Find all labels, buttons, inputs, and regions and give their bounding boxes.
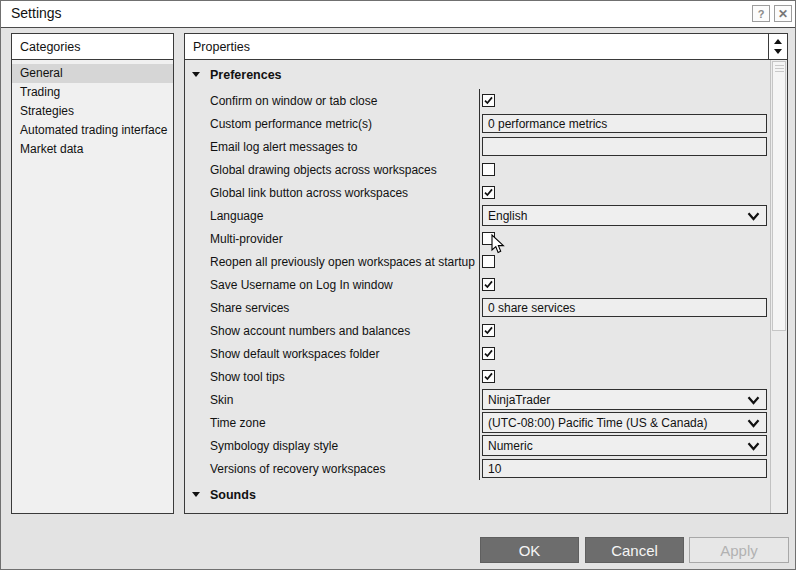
checkbox-reopen-all-previously-open-workspaces-at-startup[interactable]: [482, 255, 495, 268]
ok-button[interactable]: OK: [480, 537, 579, 563]
checkbox-global-link-button-across-workspaces[interactable]: [482, 186, 495, 199]
section-collapse-icon: [192, 72, 200, 77]
property-value: [479, 250, 771, 273]
input-custom-performance-metric-s[interactable]: 0 performance metrics: [482, 114, 767, 133]
checkbox-confirm-on-window-or-tab-close[interactable]: [482, 94, 495, 107]
property-label: Show default workspaces folder: [185, 347, 479, 361]
title-bar[interactable]: Settings ? ✕: [1, 1, 795, 28]
checkbox-show-default-workspaces-folder[interactable]: [482, 347, 495, 360]
input-share-services[interactable]: 0 share services: [482, 298, 767, 317]
property-value: (UTC-08:00) Pacific Time (US & Canada): [479, 411, 771, 434]
scroll-up-icon[interactable]: [774, 39, 782, 44]
property-label: Versions of recovery workspaces: [185, 462, 479, 476]
property-row-confirm-on-window-or-tab-close: Confirm on window or tab close: [185, 89, 787, 112]
property-value: 0 share services: [479, 296, 771, 319]
category-item-market-data[interactable]: Market data: [12, 140, 173, 159]
checkmark-icon: [483, 325, 494, 336]
section-header-sounds[interactable]: Sounds: [185, 480, 787, 509]
property-row-reopen-all-previously-open-workspaces-at-startup: Reopen all previously open workspaces at…: [185, 250, 787, 273]
input-email-log-alert-messages-to[interactable]: [482, 137, 767, 156]
property-value: 10: [479, 457, 771, 480]
close-button[interactable]: ✕: [774, 5, 792, 22]
property-row-skin: SkinNinjaTrader: [185, 388, 787, 411]
apply-button[interactable]: Apply: [689, 537, 789, 563]
checkbox-show-account-numbers-and-balances[interactable]: [482, 324, 495, 337]
select-value: Numeric: [488, 439, 533, 453]
property-label: Global link button across workspaces: [185, 186, 479, 200]
property-value: [479, 135, 771, 158]
checkmark-icon: [483, 348, 494, 359]
select-skin[interactable]: NinjaTrader: [482, 389, 767, 410]
property-value: [479, 181, 771, 204]
select-value: NinjaTrader: [488, 393, 550, 407]
section-header-preferences[interactable]: Preferences: [185, 60, 787, 89]
property-row-versions-of-recovery-workspaces: Versions of recovery workspaces10: [185, 457, 787, 480]
category-item-automated-trading-interface[interactable]: Automated trading interface: [12, 121, 173, 140]
properties-rows: PreferencesConfirm on window or tab clos…: [185, 60, 787, 513]
chevron-down-icon: [747, 212, 760, 221]
scroll-down-icon[interactable]: [774, 49, 782, 54]
cancel-button[interactable]: Cancel: [585, 537, 684, 563]
property-row-share-services: Share services0 share services: [185, 296, 787, 319]
property-value: [479, 158, 771, 181]
input-versions-of-recovery-workspaces[interactable]: 10: [482, 459, 767, 478]
property-row-email-log-alert-messages-to: Email log alert messages to: [185, 135, 787, 158]
property-value: [479, 89, 771, 112]
property-label: Global drawing objects across workspaces: [185, 163, 479, 177]
property-row-show-tool-tips: Show tool tips: [185, 365, 787, 388]
property-row-show-account-numbers-and-balances: Show account numbers and balances: [185, 319, 787, 342]
property-value: 0 performance metrics: [479, 112, 771, 135]
property-value: [479, 273, 771, 296]
chevron-down-icon: [747, 396, 760, 405]
properties-header: Properties: [185, 34, 787, 60]
close-icon: ✕: [778, 7, 788, 21]
property-value: English: [479, 204, 771, 227]
property-label: Show tool tips: [185, 370, 479, 384]
help-icon: ?: [758, 8, 765, 20]
category-item-strategies[interactable]: Strategies: [12, 102, 173, 121]
property-row-language: LanguageEnglish: [185, 204, 787, 227]
window-title: Settings: [11, 5, 62, 21]
property-row-show-default-workspaces-folder: Show default workspaces folder: [185, 342, 787, 365]
property-label: Symbology display style: [185, 439, 479, 453]
select-time-zone[interactable]: (UTC-08:00) Pacific Time (US & Canada): [482, 412, 767, 433]
property-row-global-drawing-objects-across-workspaces: Global drawing objects across workspaces: [185, 158, 787, 181]
checkbox-save-username-on-log-in-window[interactable]: [482, 278, 495, 291]
property-label: Custom performance metric(s): [185, 117, 479, 131]
checkbox-global-drawing-objects-across-workspaces[interactable]: [482, 163, 495, 176]
categories-list: GeneralTradingStrategiesAutomated tradin…: [12, 60, 173, 159]
section-collapse-icon: [192, 492, 200, 497]
property-row-multi-provider: Multi-provider: [185, 227, 787, 250]
property-value: [479, 365, 771, 388]
category-item-general[interactable]: General: [12, 64, 173, 83]
property-value: Numeric: [479, 434, 771, 457]
property-label: Reopen all previously open workspaces at…: [185, 255, 479, 269]
property-row-time-zone: Time zone(UTC-08:00) Pacific Time (US & …: [185, 411, 787, 434]
help-button[interactable]: ?: [752, 5, 770, 22]
select-value: (UTC-08:00) Pacific Time (US & Canada): [488, 416, 707, 430]
category-item-trading[interactable]: Trading: [12, 83, 173, 102]
checkbox-show-tool-tips[interactable]: [482, 370, 495, 383]
vertical-scrollbar[interactable]: [770, 60, 787, 513]
checkmark-icon: [483, 279, 494, 290]
collapse-expand-spinner[interactable]: [768, 34, 787, 60]
checkbox-multi-provider[interactable]: [482, 232, 495, 245]
checkmark-icon: [483, 371, 494, 382]
property-value: [479, 342, 771, 365]
checkmark-icon: [483, 187, 494, 198]
chevron-down-icon: [747, 419, 760, 428]
chevron-down-icon: [747, 442, 760, 451]
property-value: NinjaTrader: [479, 388, 771, 411]
property-value: [479, 227, 771, 250]
property-label: Show account numbers and balances: [185, 324, 479, 338]
property-label: Skin: [185, 393, 479, 407]
property-value: [479, 319, 771, 342]
select-language[interactable]: English: [482, 205, 767, 226]
property-label: Confirm on window or tab close: [185, 94, 479, 108]
property-label: Share services: [185, 301, 479, 315]
property-label: Language: [185, 209, 479, 223]
property-label: Time zone: [185, 416, 479, 430]
select-symbology-display-style[interactable]: Numeric: [482, 435, 767, 456]
checkmark-icon: [483, 95, 494, 106]
scrollbar-thumb[interactable]: [772, 61, 786, 331]
